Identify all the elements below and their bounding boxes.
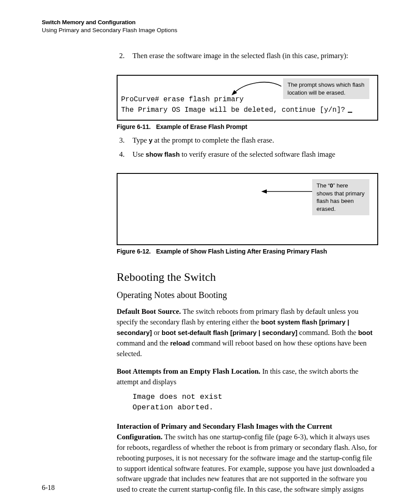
terminal-line-2-text: The Primary OS Image will be deleted, co…	[121, 106, 345, 114]
ordered-list-top: 2. Then erase the software image in the …	[117, 50, 378, 62]
figure-6-11-caption: Figure 6-11.Example of Erase Flash Promp…	[117, 123, 378, 130]
paragraph-default-boot: Default Boot Source. The switch reboots …	[117, 306, 378, 359]
list-item: 4. Use show flash to verify erasure of t…	[117, 149, 378, 160]
list-number: 4.	[117, 149, 125, 160]
cursor-icon	[348, 112, 352, 113]
list-item: 3. Type y at the prompt to complete the …	[117, 135, 378, 146]
figure-6-12-caption: Figure 6-12.Example of Show Flash Listin…	[117, 248, 378, 255]
running-head-title: Switch Memory and Configuration	[42, 18, 378, 26]
figure-6-11-box: The prompt shows which flash location wi…	[117, 75, 378, 121]
running-head: Switch Memory and Configuration Using Pr…	[42, 18, 378, 34]
list-number: 2.	[117, 50, 125, 62]
page: Switch Memory and Configuration Using Pr…	[0, 0, 420, 504]
list-text: Then erase the software image in the sel…	[133, 50, 378, 62]
body-column: 2. Then erase the software image in the …	[117, 50, 378, 495]
terminal-line-2: The Primary OS Image will be deleted, co…	[121, 105, 374, 115]
list-item: 2. Then erase the software image in the …	[117, 50, 378, 62]
code-block: Image does not exist Operation aborted.	[133, 392, 378, 413]
figure-6-12-box: The “0” here shows that primary flash ha…	[117, 173, 378, 245]
paragraph-interaction: Interaction of Primary and Secondary Fla…	[117, 421, 378, 495]
heading-rebooting: Rebooting the Switch	[117, 271, 378, 284]
figure-6-11-callout: The prompt shows which flash location wi…	[283, 78, 369, 99]
caption-number: Figure 6-12.	[117, 248, 151, 255]
list-text: Type y at the prompt to complete the fla…	[133, 135, 378, 146]
caption-number: Figure 6-11.	[117, 123, 151, 130]
figure-6-12-callout: The “0” here shows that primary flash ha…	[312, 179, 369, 215]
list-text: Use show flash to verify erasure of the …	[133, 149, 378, 160]
paragraph-boot-attempts: Boot Attempts from an Empty Flash Locati…	[117, 366, 378, 387]
list-number: 3.	[117, 135, 125, 146]
caption-text: Example of Show Flash Listing After Eras…	[156, 248, 327, 255]
figure-6-12-arrow-icon	[263, 187, 316, 196]
caption-text: Example of Erase Flash Prompt	[156, 123, 247, 130]
running-head-subtitle: Using Primary and Secondary Flash Image …	[42, 26, 378, 34]
figure-6-11-arrow-icon	[232, 78, 285, 96]
page-number: 6-18	[42, 484, 55, 492]
heading-operating-notes: Operating Notes about Booting	[117, 290, 378, 300]
ordered-list-mid: 3. Type y at the prompt to complete the …	[117, 135, 378, 160]
